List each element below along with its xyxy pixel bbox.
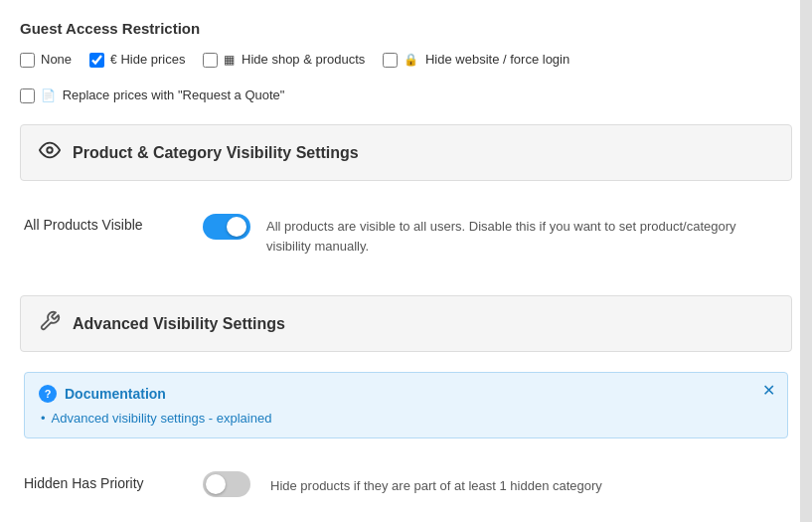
question-icon: ? xyxy=(39,385,57,403)
hidden-has-priority-row: Hidden Has Priority Hide products if the… xyxy=(24,458,788,507)
option-replace-prices-label: 📄 Replace prices with "Request a Quote" xyxy=(41,87,284,104)
lock-icon: 🔒 xyxy=(404,53,418,67)
product-visibility-header: Product & Category Visibility Settings xyxy=(20,124,792,181)
doc-box-header: ? Documentation xyxy=(39,385,773,403)
eye-icon xyxy=(39,139,61,166)
doc-title: Documentation xyxy=(65,386,166,402)
svg-point-0 xyxy=(47,148,53,154)
doc-link[interactable]: Advanced visibility settings - explained xyxy=(39,411,773,426)
euro-icon: € xyxy=(110,53,117,67)
option-hide-website-label: 🔒 Hide website / force login xyxy=(404,51,569,69)
option-none[interactable]: None xyxy=(20,51,72,69)
option-hide-prices[interactable]: € Hide prices xyxy=(89,51,185,69)
product-visibility-section: Product & Category Visibility Settings A… xyxy=(20,124,792,295)
checkbox-none[interactable] xyxy=(20,53,35,68)
checkbox-hide-website[interactable] xyxy=(383,53,398,68)
all-products-visible-row: All Products Visible All products are vi… xyxy=(24,201,788,275)
guest-access-section: Guest Access Restriction None € Hide pri… xyxy=(20,20,792,104)
product-visibility-content: All Products Visible All products are vi… xyxy=(20,201,792,295)
guest-access-options: None € Hide prices ▦ Hide shop & product… xyxy=(20,51,792,104)
doc-close-button[interactable]: ✕ xyxy=(762,383,775,399)
wrench-icon xyxy=(39,310,61,337)
all-products-toggle[interactable] xyxy=(203,214,250,240)
checkbox-hide-shop[interactable] xyxy=(203,53,218,68)
all-products-visible-control: All products are visible to all users. D… xyxy=(203,211,743,256)
all-products-visible-label: All Products Visible xyxy=(24,211,183,233)
hidden-has-priority-toggle[interactable] xyxy=(203,471,250,497)
advanced-visibility-content: ? Documentation ✕ Advanced visibility se… xyxy=(20,372,792,522)
option-hide-shop-label: ▦ Hide shop & products xyxy=(224,51,365,69)
option-hide-prices-label: € Hide prices xyxy=(110,51,185,69)
option-none-label: None xyxy=(41,51,72,69)
checkbox-hide-prices[interactable] xyxy=(89,53,104,68)
checkbox-replace-prices[interactable] xyxy=(20,88,35,103)
option-replace-prices[interactable]: 📄 Replace prices with "Request a Quote" xyxy=(20,87,284,104)
option-hide-shop[interactable]: ▦ Hide shop & products xyxy=(203,51,365,69)
advanced-visibility-title: Advanced Visibility Settings xyxy=(73,315,285,333)
shop-icon: ▦ xyxy=(224,53,235,67)
doc-icon: 📄 xyxy=(41,88,56,102)
option-hide-website[interactable]: 🔒 Hide website / force login xyxy=(383,51,569,69)
advanced-visibility-section: Advanced Visibility Settings ? Documenta… xyxy=(20,295,792,522)
product-visibility-title: Product & Category Visibility Settings xyxy=(73,144,359,162)
hidden-has-priority-description: Hide products if they are part of at lea… xyxy=(270,470,602,496)
advanced-visibility-header: Advanced Visibility Settings xyxy=(20,295,792,352)
documentation-box: ? Documentation ✕ Advanced visibility se… xyxy=(24,372,788,438)
hidden-has-priority-label: Hidden Has Priority xyxy=(24,475,183,491)
all-products-visible-description: All products are visible to all users. D… xyxy=(266,211,743,256)
guest-access-title: Guest Access Restriction xyxy=(20,20,792,37)
